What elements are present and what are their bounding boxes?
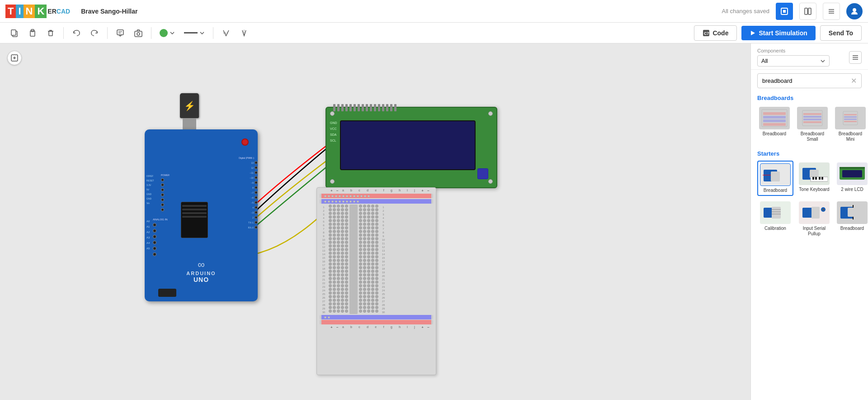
bb-hole[interactable] — [341, 205, 344, 208]
bb-hole[interactable] — [359, 244, 362, 248]
bb-hole[interactable] — [337, 255, 340, 258]
bb-hole[interactable] — [359, 226, 362, 229]
bb-hole[interactable] — [367, 219, 370, 222]
bb-hole[interactable] — [337, 273, 340, 276]
component-breadboard[interactable]: Breadboard — [757, 105, 792, 144]
bb-hole[interactable] — [363, 223, 366, 226]
bb-hole[interactable] — [333, 205, 336, 208]
bb-hole[interactable] — [345, 288, 348, 291]
bb-hole[interactable] — [359, 259, 362, 262]
bb-hole[interactable] — [337, 233, 340, 237]
starter-breadboard2[interactable]: Breadboard — [835, 200, 868, 238]
bb-hole[interactable] — [333, 262, 336, 266]
bb-hole[interactable] — [367, 255, 370, 258]
bb-hole[interactable] — [345, 244, 348, 248]
bb-hole[interactable] — [371, 215, 374, 219]
bb-hole[interactable] — [341, 277, 344, 280]
bb-hole[interactable] — [363, 244, 366, 248]
annotate-button[interactable] — [112, 25, 128, 41]
bb-hole[interactable] — [371, 273, 374, 276]
bb-hole[interactable] — [371, 277, 374, 280]
bb-hole[interactable] — [367, 310, 370, 313]
bb-hole[interactable] — [375, 281, 378, 284]
bb-hole[interactable] — [375, 284, 378, 287]
bb-hole[interactable] — [367, 288, 370, 291]
copy-button[interactable] — [6, 25, 23, 41]
bb-hole[interactable] — [337, 230, 340, 233]
bb-hole[interactable] — [345, 212, 348, 215]
bb-hole[interactable] — [345, 281, 348, 284]
bb-hole[interactable] — [375, 270, 378, 273]
bb-hole[interactable] — [329, 252, 332, 255]
bb-hole[interactable] — [341, 295, 344, 298]
bb-hole[interactable] — [329, 273, 332, 276]
bb-hole[interactable] — [329, 299, 332, 302]
bb-hole[interactable] — [333, 208, 336, 211]
bb-hole[interactable] — [367, 252, 370, 255]
bb-hole[interactable] — [367, 244, 370, 248]
zoom-fit-button[interactable] — [7, 51, 22, 65]
bb-hole[interactable] — [329, 291, 332, 295]
bb-hole[interactable] — [345, 277, 348, 280]
bb-hole[interactable] — [341, 223, 344, 226]
line-style-button[interactable] — [180, 29, 208, 38]
bb-hole[interactable] — [367, 208, 370, 211]
bb-hole[interactable] — [329, 219, 332, 222]
bb-hole[interactable] — [371, 252, 374, 255]
bb-hole[interactable] — [367, 248, 370, 251]
bb-hole[interactable] — [333, 266, 336, 269]
bb-hole[interactable] — [341, 237, 344, 240]
bb-hole[interactable] — [333, 219, 336, 222]
bb-hole[interactable] — [367, 215, 370, 219]
bb-hole[interactable] — [345, 299, 348, 302]
bb-hole[interactable] — [375, 226, 378, 229]
bb-hole[interactable] — [341, 281, 344, 284]
bb-hole[interactable] — [345, 208, 348, 211]
bb-hole[interactable] — [371, 306, 374, 309]
list-view-button[interactable] — [823, 3, 840, 20]
bb-hole[interactable] — [363, 288, 366, 291]
bb-hole[interactable] — [341, 248, 344, 251]
starter-calibration[interactable]: Calibration — [757, 200, 793, 238]
bb-hole[interactable] — [345, 291, 348, 295]
starter-breadboard[interactable]: Breadboard — [757, 161, 793, 196]
bb-hole[interactable] — [337, 288, 340, 291]
bb-hole[interactable] — [337, 259, 340, 262]
bb-hole[interactable] — [359, 255, 362, 258]
bb-hole[interactable] — [333, 277, 336, 280]
bb-hole[interactable] — [363, 302, 366, 305]
bb-hole[interactable] — [341, 230, 344, 233]
bb-hole[interactable] — [367, 259, 370, 262]
bb-hole[interactable] — [375, 291, 378, 295]
bb-hole[interactable] — [329, 212, 332, 215]
bb-hole[interactable] — [367, 270, 370, 273]
bb-hole[interactable] — [363, 255, 366, 258]
bb-hole[interactable] — [329, 284, 332, 287]
bb-hole[interactable] — [359, 295, 362, 298]
bb-hole[interactable] — [337, 299, 340, 302]
bb-hole[interactable] — [367, 295, 370, 298]
bb-hole[interactable] — [341, 270, 344, 273]
bb-hole[interactable] — [341, 273, 344, 276]
bb-hole[interactable] — [363, 277, 366, 280]
bb-hole[interactable] — [345, 223, 348, 226]
bb-hole[interactable] — [341, 212, 344, 215]
breadboard[interactable]: + − a b c d e f g h i j + − — [316, 187, 436, 375]
bb-hole[interactable] — [337, 306, 340, 309]
bb-hole[interactable] — [341, 306, 344, 309]
bb-hole[interactable] — [367, 226, 370, 229]
bb-hole[interactable] — [363, 295, 366, 298]
bb-hole[interactable] — [359, 284, 362, 287]
bb-hole[interactable] — [367, 223, 370, 226]
bb-hole[interactable] — [333, 223, 336, 226]
bb-hole[interactable] — [329, 281, 332, 284]
bb-hole[interactable] — [345, 255, 348, 258]
bb-hole[interactable] — [359, 230, 362, 233]
bb-hole[interactable] — [329, 233, 332, 237]
bb-hole[interactable] — [371, 266, 374, 269]
search-clear-button[interactable]: ✕ — [851, 76, 857, 85]
bb-hole[interactable] — [371, 262, 374, 266]
bb-hole[interactable] — [363, 205, 366, 208]
bb-hole[interactable] — [337, 252, 340, 255]
bb-hole[interactable] — [345, 226, 348, 229]
